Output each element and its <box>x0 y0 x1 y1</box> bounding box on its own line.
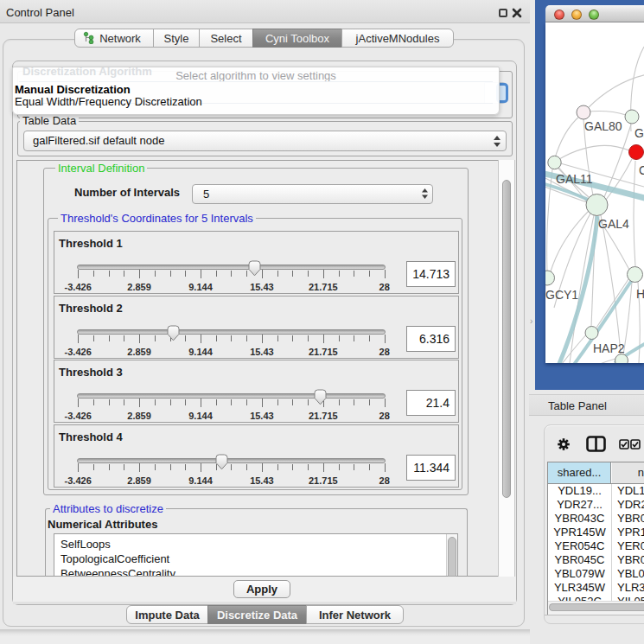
svg-text:HAP2: HAP2 <box>593 341 625 355</box>
svg-text:H: H <box>636 287 644 301</box>
svg-text:GAL80: GAL80 <box>584 119 622 133</box>
svg-text:CY: CY <box>639 163 644 177</box>
svg-text:GAL4: GAL4 <box>598 217 629 231</box>
svg-text:GA: GA <box>634 126 644 140</box>
svg-text:GAL11: GAL11 <box>556 172 593 186</box>
svg-text:GCY1: GCY1 <box>545 288 578 302</box>
